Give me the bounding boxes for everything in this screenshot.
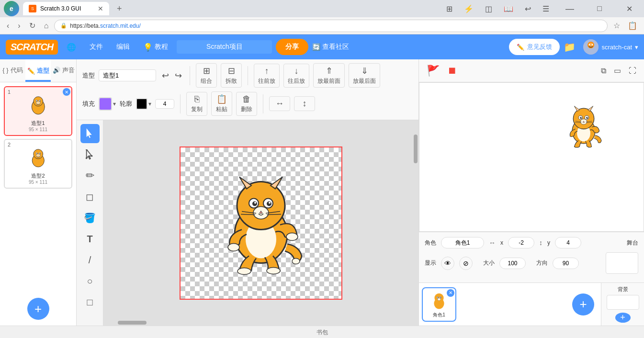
back-button[interactable]: ⇓ 放最后面 xyxy=(349,63,380,88)
stroke-control: ▾ xyxy=(136,98,151,110)
stroke-color-swatch[interactable] xyxy=(136,98,147,110)
community-button[interactable]: 🔄 查看社区 xyxy=(312,43,349,51)
favorites-button[interactable]: ☆ xyxy=(610,19,623,32)
front-button[interactable]: ⇑ 放最前面 xyxy=(313,63,345,88)
language-menu[interactable]: 🌐 xyxy=(62,40,81,55)
active-tab-indicator xyxy=(25,80,51,81)
x-arrow-icon: ↔ xyxy=(489,239,496,247)
add-costume-button[interactable]: + xyxy=(27,298,49,320)
circle-tool[interactable]: ○ xyxy=(80,271,100,291)
line-tool[interactable]: / xyxy=(80,250,100,270)
text-tool[interactable]: T xyxy=(80,229,100,248)
tab-sounds[interactable]: 🔊 声音 xyxy=(51,59,76,82)
hide-button[interactable]: ⊘ xyxy=(459,257,473,270)
eraser-tool[interactable]: ◻ xyxy=(80,187,100,206)
paste-label: 粘贴 xyxy=(216,105,227,113)
minimize-button[interactable]: — xyxy=(559,1,581,16)
green-flag-button[interactable]: 🚩 xyxy=(425,63,441,79)
size-input[interactable] xyxy=(499,258,526,269)
redo-button[interactable]: ↪ xyxy=(173,68,184,83)
browser-tab[interactable]: S Scratch 3.0 GUI ✕ xyxy=(23,2,109,15)
forward-button[interactable]: › xyxy=(15,20,23,32)
file-menu-label: 文件 xyxy=(90,43,103,51)
url-bar[interactable]: 🔒 https://beta.scratch.mit.edu/ xyxy=(54,20,608,32)
reading-list-button[interactable]: 📋 xyxy=(625,19,640,32)
copy-button[interactable]: ⎘ 复制 xyxy=(186,92,207,116)
flip-horizontal-button[interactable]: ↔ xyxy=(269,96,290,111)
stroke-dropdown-button[interactable]: ▾ xyxy=(148,101,151,107)
backward-button[interactable]: ↓ 往后放 xyxy=(283,64,309,88)
costume-name-field[interactable] xyxy=(99,69,156,81)
file-menu[interactable]: 文件 xyxy=(85,40,108,54)
forward-button[interactable]: ↑ 往前放 xyxy=(254,64,280,88)
delete-button[interactable]: 🗑 删除 xyxy=(236,92,257,116)
costume-item-1[interactable]: 1 ✕ xyxy=(4,86,72,136)
tab-code[interactable]: { } 代码 xyxy=(0,59,25,82)
sprite-delete-1[interactable]: ✕ xyxy=(447,289,454,297)
canvas-scrollbar-h[interactable] xyxy=(103,320,413,326)
select-tool[interactable] xyxy=(80,124,100,143)
direction-input[interactable] xyxy=(553,258,579,269)
svg-point-41 xyxy=(228,243,239,251)
ungroup-button[interactable]: ⊟ 拆散 xyxy=(221,63,242,88)
stage-selector: 背景 + xyxy=(601,283,644,326)
tutorials-menu[interactable]: 💡 教程 xyxy=(138,40,173,55)
fill-color-swatch[interactable] xyxy=(99,97,112,111)
close-button[interactable]: ✕ xyxy=(618,1,640,16)
undo-button[interactable]: ↩ xyxy=(523,2,533,15)
x-input[interactable] xyxy=(508,237,534,248)
canvas-sprite xyxy=(213,167,309,279)
feedback-button[interactable]: ✏️ 意见反馈 xyxy=(509,39,560,55)
svg-point-66 xyxy=(434,293,443,302)
reshape-tool[interactable] xyxy=(80,145,100,164)
tab-close-button[interactable]: ✕ xyxy=(98,5,103,12)
edit-menu[interactable]: 编辑 xyxy=(112,40,135,54)
tab-view-button[interactable]: ◫ xyxy=(483,2,494,15)
sounds-tab-label: 声音 xyxy=(62,66,75,75)
normal-stage-button[interactable]: ▭ xyxy=(612,64,623,77)
back-button[interactable]: ‹ xyxy=(4,20,12,32)
read-mode-button[interactable]: 📖 xyxy=(502,2,515,15)
rect-tool[interactable]: □ xyxy=(80,293,100,312)
tab-costumes[interactable]: ✏️ 造型 xyxy=(25,59,51,82)
sprite-item-1[interactable]: ✕ 角色1 xyxy=(422,287,456,322)
costume-item-2[interactable]: 2 造型2 xyxy=(4,139,72,189)
canvas-scrollbar-v[interactable] xyxy=(413,120,418,326)
share-button[interactable]: 分享 xyxy=(276,39,308,55)
costume-label-2: 造型2 95 × 111 xyxy=(29,172,47,185)
menu-button[interactable]: ☰ xyxy=(541,2,551,15)
stop-button[interactable]: ⏹ xyxy=(445,63,459,78)
canvas-background[interactable] xyxy=(180,146,342,300)
new-tab-button[interactable]: + xyxy=(113,4,126,14)
lightning-button[interactable]: ⚡ xyxy=(462,2,475,15)
group-button[interactable]: ⊞ 组合 xyxy=(196,63,217,88)
fullscreen-button[interactable]: ⛶ xyxy=(627,65,638,77)
share-label: 分享 xyxy=(285,43,299,50)
paint-toolbar: 造型 ↩ ↪ ⊞ 组合 ⊟ 拆散 xyxy=(77,59,418,120)
refresh-button[interactable]: ↻ xyxy=(26,19,38,32)
flip-vertical-button[interactable]: ↕ xyxy=(294,96,315,111)
apps-button[interactable]: ⊞ xyxy=(444,2,454,15)
sprites-list: ✕ 角色1 xyxy=(419,283,568,326)
stroke-width-input[interactable] xyxy=(155,99,174,109)
sprite-name-input[interactable] xyxy=(441,237,484,248)
pencil-tool[interactable]: ✏ xyxy=(80,166,100,185)
user-area[interactable]: scratch-cat ▾ xyxy=(583,39,638,55)
show-button[interactable]: 👁 xyxy=(441,257,454,270)
project-name-input[interactable] xyxy=(177,40,272,54)
small-stage-button[interactable]: ⧉ xyxy=(599,65,608,77)
add-sprite-button[interactable]: + xyxy=(572,293,594,315)
home-button[interactable]: ⌂ xyxy=(41,20,52,32)
fill-tool[interactable]: 🪣 xyxy=(80,208,100,227)
paste-button[interactable]: 📋 粘贴 xyxy=(211,91,232,116)
maximize-button[interactable]: □ xyxy=(588,1,610,16)
add-backdrop-button[interactable]: + xyxy=(615,313,631,323)
folder-button[interactable]: 📁 xyxy=(564,41,576,53)
fill-dropdown-button[interactable]: ▾ xyxy=(113,101,116,107)
undo-button[interactable]: ↩ xyxy=(160,68,171,83)
community-icon: 🔄 xyxy=(312,43,320,51)
ssl-icon: 🔒 xyxy=(60,23,67,29)
bottom-bar: 书包 xyxy=(0,326,644,338)
costume-delete-1[interactable]: ✕ xyxy=(63,88,70,96)
y-input[interactable] xyxy=(555,237,581,248)
